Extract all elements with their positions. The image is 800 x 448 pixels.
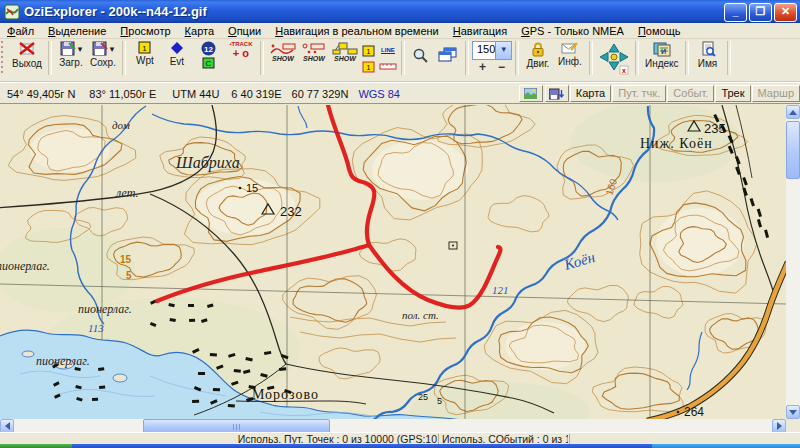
map-label: 15 xyxy=(120,254,132,265)
index-map-button[interactable]: И Индекс xyxy=(642,39,682,79)
save-dropdown-arrow[interactable]: ▾ xyxy=(110,44,115,54)
restore-button[interactable]: ❐ xyxy=(749,3,772,22)
zoom-level-control: 150 ▼ + − xyxy=(472,39,512,72)
zoom-in-button[interactable]: + xyxy=(479,62,486,72)
map-label: дом xyxy=(112,119,130,131)
horizontal-scrollbar[interactable] xyxy=(0,419,786,433)
start-button-edge[interactable] xyxy=(0,444,72,448)
map-label: пионерлаг. xyxy=(36,354,90,368)
floppy-load-icon xyxy=(60,41,76,56)
map-label: лет. xyxy=(115,186,139,200)
windows-cascade-button[interactable] xyxy=(434,39,462,85)
close-button[interactable]: ✕ xyxy=(774,3,797,22)
map-label: пионерлаг. xyxy=(0,259,50,273)
view-tab-4[interactable]: Маршр xyxy=(752,85,800,102)
exit-button[interactable]: Выход xyxy=(9,39,45,79)
find-name-button[interactable]: Имя xyxy=(692,39,724,79)
menu-item-8[interactable]: Помощь xyxy=(631,25,688,37)
system-tray-edge xyxy=(652,444,800,448)
map-label: пол. ст. xyxy=(402,309,439,321)
show-tracks-button[interactable]: SHOW xyxy=(267,39,299,62)
coordinate-bar: 54° 49,405г N 83° 11,050г E UTM 44U 6 40… xyxy=(0,82,800,104)
scroll-up-button[interactable] xyxy=(786,105,800,119)
zoom-out-button[interactable]: − xyxy=(498,62,505,72)
map-label: 15 xyxy=(246,182,258,194)
chevron-down-icon[interactable]: ▼ xyxy=(495,42,511,59)
map-canvas[interactable]: домШабрихалет.15232235Ниж. Коён160Коён12… xyxy=(0,105,786,420)
svg-text:И: И xyxy=(661,48,666,55)
window-title: OziExplorer - 200k--n44-12.gif xyxy=(24,4,207,19)
menu-item-7[interactable]: GPS - Только NMEA xyxy=(514,25,631,37)
map-label: Шабриха xyxy=(175,154,240,172)
horizontal-scroll-thumb[interactable] xyxy=(143,419,330,433)
scroll-left-button[interactable] xyxy=(0,419,14,433)
minimize-button[interactable]: _ xyxy=(724,3,747,22)
show-waypoints-button[interactable]: SHOW xyxy=(329,39,361,62)
taskbar-edge xyxy=(72,444,652,448)
svg-text:1: 1 xyxy=(367,48,371,55)
waypoint-button[interactable]: 1 Wpt xyxy=(129,39,161,79)
menu-item-5[interactable]: Навигация в реальном времени xyxy=(268,25,446,37)
zoom-window-button[interactable] xyxy=(408,39,434,85)
map-label: 5 xyxy=(126,270,132,281)
menu-bar: ФайлВыделениеПросмотрКартаОпцииНавигация… xyxy=(0,23,800,39)
windows-taskbar-edge xyxy=(0,444,800,448)
map-shift-pad[interactable]: x xyxy=(596,39,632,81)
view-tab-0[interactable]: Карта xyxy=(570,85,611,102)
menu-item-6[interactable]: Навигация xyxy=(446,25,514,37)
menu-item-3[interactable]: Карта xyxy=(178,25,221,37)
ozi-explorer-window: OziExplorer - 200k--n44-12.gif _ ❐ ✕ Фай… xyxy=(0,0,800,448)
map-comment-button[interactable]: 12 C xyxy=(193,39,225,79)
menu-item-2[interactable]: Просмотр xyxy=(113,25,177,37)
view-switch-group: КартаПут. тчк.Событ.ТрекМаршр xyxy=(517,85,800,102)
lock-icon xyxy=(531,41,545,57)
toolbar-grip[interactable] xyxy=(1,41,7,75)
load-dropdown-arrow[interactable]: ▾ xyxy=(78,44,83,54)
map-label: 121 xyxy=(492,284,509,296)
disk-arrow-icon xyxy=(549,88,564,100)
find-name-icon xyxy=(700,41,716,57)
save-position-button[interactable] xyxy=(545,85,569,102)
map-label: 25 xyxy=(418,392,428,402)
show-events-button[interactable]: SHOW xyxy=(299,39,329,62)
save-button[interactable]: ▾ Сохр. xyxy=(87,39,119,79)
cascade-windows-icon xyxy=(438,47,457,62)
menu-item-0[interactable]: Файл xyxy=(0,25,41,37)
map-label: Ниж. Коён xyxy=(640,136,713,151)
waypoint-icon: 1 xyxy=(138,41,151,54)
scrollbar-corner xyxy=(786,419,800,433)
info-button[interactable]: Инф. xyxy=(554,39,586,79)
svg-text:1: 1 xyxy=(367,64,371,71)
svg-text:C: C xyxy=(206,59,212,68)
waypoint-pair-icon xyxy=(331,42,359,55)
number-badge-icon: 12 xyxy=(201,41,216,56)
map-label: 5 xyxy=(437,396,442,406)
scroll-right-button[interactable] xyxy=(772,419,786,433)
scroll-down-button[interactable] xyxy=(786,405,800,419)
view-tab-2[interactable]: Событ. xyxy=(667,85,714,102)
longitude-readout: 83° 11,050г E xyxy=(89,88,156,100)
menu-item-4[interactable]: Опции xyxy=(221,25,268,37)
view-tab-1[interactable]: Пут. тчк. xyxy=(612,85,666,102)
event-diamond-icon xyxy=(170,41,184,55)
utm-zone-readout: UTM 44U xyxy=(172,88,219,100)
latitude-readout: 54° 49,405г N xyxy=(7,88,75,100)
ruler-icon xyxy=(379,62,397,71)
lock-drag-button[interactable]: Двиг. xyxy=(522,39,554,79)
title-bar: OziExplorer - 200k--n44-12.gif _ ❐ ✕ xyxy=(0,0,800,23)
menu-item-1[interactable]: Выделение xyxy=(41,25,113,37)
svg-text:12: 12 xyxy=(204,45,213,54)
arrow-pad-icon: x xyxy=(599,43,629,75)
map-image-button[interactable] xyxy=(519,85,543,102)
event-dots-icon xyxy=(301,42,327,55)
waypoint-line-tools[interactable]: 1 LINE 1 xyxy=(361,39,398,74)
event-button[interactable]: Evt xyxy=(161,39,193,79)
magnifier-icon xyxy=(412,47,429,64)
zoom-level-combo[interactable]: 150 ▼ xyxy=(472,41,512,60)
map-area: домШабрихалет.15232235Ниж. Коён160Коён12… xyxy=(0,103,800,433)
track-control-button[interactable]: •TRACK + о xyxy=(225,39,257,79)
vertical-scrollbar[interactable] xyxy=(786,105,800,419)
view-tab-3[interactable]: Трек xyxy=(715,85,750,102)
vertical-scroll-thumb[interactable] xyxy=(786,121,800,179)
load-button[interactable]: ▾ Загр. xyxy=(55,39,87,79)
